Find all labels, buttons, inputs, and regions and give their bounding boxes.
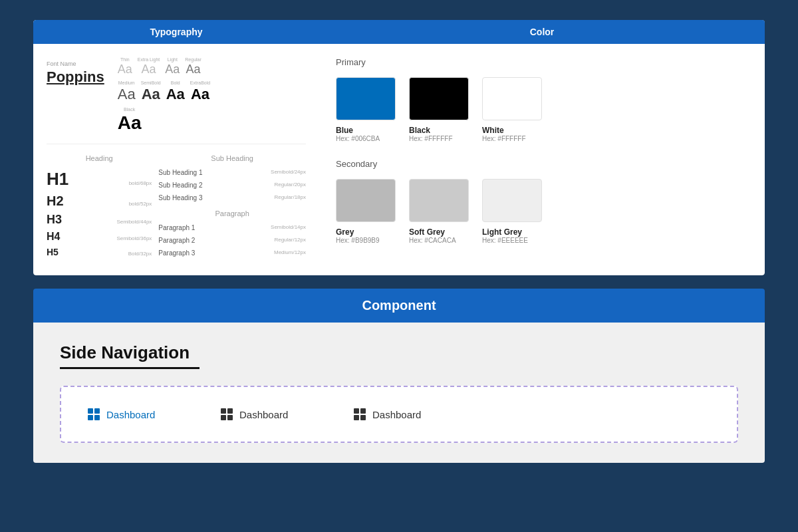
main-container: Typography Font Name Poppins Thin Aa (33, 20, 765, 463)
color-content: Primary Blue Hex: #006CBA Black Hex: #FF… (319, 44, 765, 274)
sub2: Sub Heading 2 Regular/20px (158, 182, 306, 189)
swatch-blue: Blue Hex: #006CBA (336, 77, 396, 142)
side-nav-underline (60, 367, 200, 369)
heading-section-label: Heading (47, 154, 152, 162)
color-header: Color (319, 20, 765, 44)
paragraph-label: Paragraph (158, 209, 306, 217)
swatch-light-grey-box (482, 179, 542, 222)
subheading-col: Sub Heading Sub Heading 1 Semibold/24px … (152, 154, 306, 262)
aa-extrabold: ExtraBold Aa (190, 80, 210, 103)
aa-regular: Regular Aa (185, 57, 201, 76)
para2: Paragraph 2 Regular/12px (158, 237, 306, 244)
aa-semibold: SemiBold Aa (141, 80, 161, 103)
typography-header: Typography (33, 20, 319, 44)
font-name-area: Font Name Poppins Thin Aa Extra Light Aa (47, 57, 306, 134)
aa-row-top: Thin Aa Extra Light Aa Light Aa (118, 57, 210, 76)
aa-medium: Medium Aa (118, 80, 136, 103)
top-row: Typography Font Name Poppins Thin Aa (33, 20, 765, 275)
swatch-white: White Hex: #FFFFFF (482, 77, 542, 142)
aa-thin: Thin Aa (118, 57, 132, 76)
aa-extralight: Extra Light Aa (138, 57, 160, 76)
aa-black: Black Aa (118, 107, 142, 134)
h2-item: H2 bold/52px (47, 194, 152, 209)
nav-item-inactive-1[interactable]: Dashboard (207, 400, 327, 428)
h5-item: H5 Bold/32px (47, 247, 152, 257)
swatch-black: Black Hex: #FFFFFF (409, 77, 469, 142)
component-body: Side Navigation Dashboard (33, 323, 765, 463)
aa-row-bottom: Black Aa (118, 107, 210, 134)
swatch-light-grey: Light Grey Hex: #EEEEEE (482, 179, 542, 244)
dashboard-icon-2 (354, 408, 366, 420)
para1: Paragraph 1 Semibold/14px (158, 224, 306, 231)
component-header: Component (33, 289, 765, 323)
primary-swatches: Blue Hex: #006CBA Black Hex: #FFFFFF Whi… (336, 77, 748, 142)
sub3: Sub Heading 3 Regular/18px (158, 194, 306, 201)
aa-bold: Bold Aa (166, 80, 185, 103)
secondary-label: Secondary (336, 159, 748, 169)
typography-content: Font Name Poppins Thin Aa Extra Light Aa (33, 44, 319, 275)
dashboard-icon-active (88, 408, 100, 420)
typography-panel: Typography Font Name Poppins Thin Aa (33, 20, 319, 275)
divider (47, 144, 306, 144)
component-section: Component Side Navigation Dashboard (33, 289, 765, 463)
font-name-label: Font Name (47, 61, 104, 67)
subheading-label: Sub Heading (158, 154, 306, 162)
aa-samples: Thin Aa Extra Light Aa Light Aa (118, 57, 210, 134)
swatch-grey: Grey Hex: #B9B9B9 (336, 179, 396, 244)
color-panel: Color Primary Blue Hex: #006CBA Black He… (319, 20, 765, 275)
primary-label: Primary (336, 57, 748, 67)
aa-row-mid: Medium Aa SemiBold Aa Bold Aa (118, 80, 210, 103)
heading-section: Heading H1 bold/68px H2 bold/52px H3 Sem… (47, 154, 306, 262)
sub1: Sub Heading 1 Semibold/24px (158, 169, 306, 176)
swatch-blue-box (336, 77, 396, 120)
nav-label-active: Dashboard (106, 409, 155, 420)
swatch-soft-grey-box (409, 179, 469, 222)
para3: Paragraph 3 Medium/12px (158, 249, 306, 257)
secondary-swatches: Grey Hex: #B9B9B9 Soft Grey Hex: #CACACA… (336, 179, 748, 244)
swatch-white-box (482, 77, 542, 120)
nav-label-2: Dashboard (372, 409, 421, 420)
nav-item-active[interactable]: Dashboard (74, 400, 194, 428)
swatch-soft-grey: Soft Grey Hex: #CACACA (409, 179, 469, 244)
heading-col: Heading H1 bold/68px H2 bold/52px H3 Sem… (47, 154, 152, 262)
h1-item: H1 bold/68px (47, 169, 152, 190)
h4-item: H4 Semibold/36px (47, 231, 152, 243)
nav-label-1: Dashboard (239, 409, 288, 420)
aa-light: Light Aa (165, 57, 180, 76)
swatch-grey-box (336, 179, 396, 222)
dashboard-icon-1 (221, 408, 233, 420)
side-nav-title: Side Navigation (60, 342, 738, 363)
swatch-black-box (409, 77, 469, 120)
h3-item: H3 Semibold/44px (47, 213, 152, 227)
nav-items-row: Dashboard Dashboard (60, 386, 738, 443)
nav-item-inactive-2[interactable]: Dashboard (340, 400, 460, 428)
font-name-display: Poppins (47, 68, 104, 86)
